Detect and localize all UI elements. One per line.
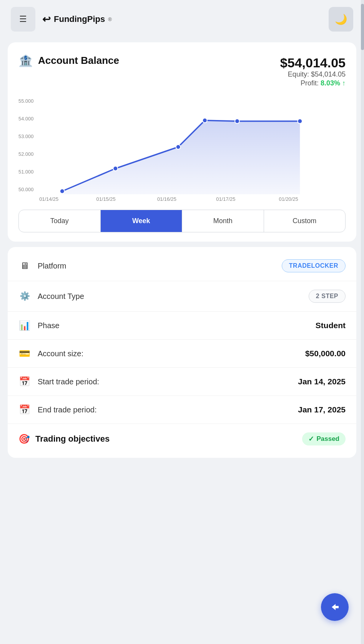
platform-text: Platform (38, 262, 66, 270)
phase-label: 📊 Phase (18, 320, 60, 331)
svg-point-8 (176, 145, 181, 149)
end-period-value: Jan 17, 2025 (298, 405, 346, 414)
menu-icon: ☰ (19, 14, 27, 24)
svg-text:50.000: 50.000 (18, 187, 33, 192)
balance-card: 🏦 Account Balance $54,014.05 Equity: $54… (8, 42, 356, 242)
phase-text: Phase (38, 321, 60, 330)
equity-label: Equity: (288, 70, 309, 78)
start-period-text: Start trade period: (38, 377, 99, 386)
info-card: 🖥 Platform TRADELOCKER ⚙️ Account Type 2… (8, 247, 356, 458)
balance-header: 🏦 Account Balance $54,014.05 Equity: $54… (18, 54, 346, 87)
platform-label: 🖥 Platform (18, 260, 66, 271)
passed-text: Passed (316, 435, 339, 443)
time-filters: Today Week Month Custom (18, 210, 346, 232)
trading-objectives-text: Trading objectives (35, 434, 110, 444)
logo-sup: ® (108, 17, 112, 22)
start-period-value: Jan 14, 2025 (298, 377, 346, 386)
account-size-text: Account size: (38, 349, 83, 358)
start-period-label: 📅 Start trade period: (18, 376, 99, 387)
svg-text:54.000: 54.000 (18, 116, 33, 122)
fab-icon (329, 601, 341, 613)
svg-text:55.000: 55.000 (18, 98, 33, 104)
account-size-label: 💳 Account size: (18, 348, 83, 359)
scrollbar-track[interactable] (361, 0, 364, 644)
account-type-text: Account Type (38, 292, 84, 301)
svg-text:01/16/25: 01/16/25 (157, 196, 176, 202)
svg-text:51.000: 51.000 (18, 169, 33, 175)
svg-point-9 (203, 118, 207, 123)
logo-icon: ↩ (42, 13, 51, 25)
platform-row: 🖥 Platform TRADELOCKER (8, 251, 356, 281)
end-period-text: End trade period: (38, 405, 96, 414)
trading-objectives-icon: 🎯 (18, 434, 30, 444)
header-left: ☰ ↩ FundingPips® (11, 7, 112, 32)
logo: ↩ FundingPips® (42, 13, 112, 25)
svg-text:01/17/25: 01/17/25 (216, 196, 235, 202)
account-size-value: $50,000.00 (305, 349, 346, 358)
account-type-label: ⚙️ Account Type (18, 291, 84, 301)
svg-text:01/14/25: 01/14/25 (39, 196, 58, 202)
profit-value: 8.03% (321, 79, 340, 87)
menu-button[interactable]: ☰ (11, 7, 35, 32)
svg-text:52.000: 52.000 (18, 151, 33, 157)
profit-label: Profit: (301, 79, 319, 87)
phase-row: 📊 Phase Student (8, 312, 356, 340)
phase-icon: 📊 (18, 320, 31, 331)
start-period-icon: 📅 (18, 376, 31, 387)
trading-objectives-label: 🎯 Trading objectives (18, 434, 110, 444)
platform-icon: 🖥 (18, 260, 31, 271)
balance-amount: $54,014.05 (280, 55, 346, 70)
logo-text: FundingPips (54, 14, 105, 24)
account-size-icon: 💳 (18, 348, 31, 359)
end-period-icon: 📅 (18, 404, 31, 415)
start-period-row: 📅 Start trade period: Jan 14, 2025 (8, 368, 356, 396)
trading-objectives-row: 🎯 Trading objectives ✓ Passed (8, 424, 356, 454)
svg-point-10 (235, 119, 239, 123)
account-type-icon: ⚙️ (18, 291, 31, 301)
scrollbar-thumb[interactable] (361, 4, 364, 50)
platform-value: TRADELOCKER (282, 259, 346, 272)
svg-point-6 (60, 189, 65, 194)
balance-title-text: Account Balance (38, 55, 119, 67)
end-period-label: 📅 End trade period: (18, 404, 96, 415)
equity-value: $54,014.05 (311, 70, 346, 78)
bank-icon: 🏦 (18, 54, 33, 67)
header: ☰ ↩ FundingPips® 🌙 (0, 0, 364, 38)
fab-button[interactable] (321, 593, 349, 621)
balance-equity: Equity: $54,014.05 (280, 70, 346, 78)
balance-profit: Profit: 8.03% ↑ (280, 79, 346, 87)
svg-text:01/15/25: 01/15/25 (96, 196, 116, 202)
balance-chart: 55.000 54.000 53.000 52.000 51.000 50.00… (18, 95, 346, 203)
balance-title: 🏦 Account Balance (18, 54, 119, 67)
chart-container: 55.000 54.000 53.000 52.000 51.000 50.00… (18, 95, 346, 203)
dark-mode-button[interactable]: 🌙 (329, 7, 353, 32)
phase-value: Student (316, 321, 346, 330)
moon-icon: 🌙 (335, 13, 347, 25)
filter-month-button[interactable]: Month (182, 210, 264, 232)
passed-badge: ✓ Passed (302, 432, 346, 445)
filter-custom-button[interactable]: Custom (264, 210, 346, 232)
svg-point-7 (113, 166, 118, 171)
passed-check-icon: ✓ (308, 435, 314, 443)
end-period-row: 📅 End trade period: Jan 17, 2025 (8, 396, 356, 424)
account-type-row: ⚙️ Account Type 2 STEP (8, 281, 356, 312)
svg-text:53.000: 53.000 (18, 133, 33, 139)
account-type-value: 2 STEP (309, 290, 346, 303)
svg-text:01/20/25: 01/20/25 (279, 196, 298, 202)
svg-point-11 (298, 119, 302, 123)
account-size-row: 💳 Account size: $50,000.00 (8, 340, 356, 368)
filter-today-button[interactable]: Today (19, 210, 101, 232)
balance-right: $54,014.05 Equity: $54,014.05 Profit: 8.… (280, 55, 346, 87)
filter-week-button[interactable]: Week (101, 210, 183, 232)
profit-arrow: ↑ (342, 79, 346, 87)
